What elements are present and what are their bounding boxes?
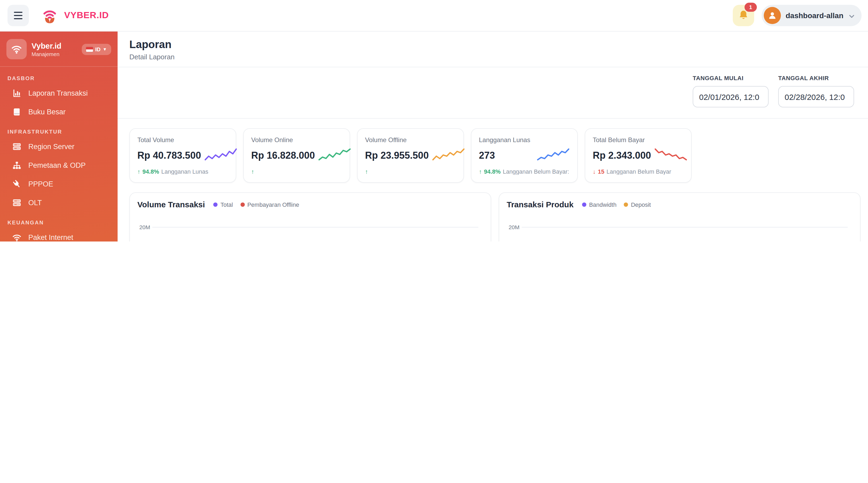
sidebar-item-laporan-transaksi[interactable]: Laporan Transaksi — [5, 84, 112, 103]
locale-label: ID — [95, 46, 100, 52]
chevron-down-icon — [848, 12, 855, 19]
start-date-group: TANGGAL MULAI 02/01/2026, 12:0 — [693, 75, 769, 107]
stat-delta-percent: 94.8% — [143, 168, 159, 175]
sparkline-icon — [654, 148, 687, 163]
sidebar-item-label: Laporan Transaksi — [28, 89, 88, 97]
hamburger-menu-button[interactable] — [7, 5, 29, 26]
legend-dot-icon — [582, 202, 586, 206]
org-name: Vyber.id — [32, 41, 61, 50]
sidebar-item-label: Pemetaan & ODP — [28, 161, 86, 169]
stat-delta-percent: 15 — [598, 168, 604, 175]
sidebar-item-olt[interactable]: OLT — [5, 193, 112, 212]
start-date-label: TANGGAL MULAI — [693, 75, 769, 81]
app-header: VYBER.ID 1 dashboard-allan — [0, 0, 868, 32]
sidebar-nav: DASBORLaporan TransaksiBuku BesarINFRAST… — [0, 67, 118, 242]
sidebar-item-label: PPPOE — [28, 180, 53, 188]
stat-delta: ↑ — [251, 168, 342, 175]
sidebar-section-dasbor: DASBORLaporan TransaksiBuku Besar — [5, 68, 112, 121]
locale-selector[interactable]: ID ▼ — [82, 43, 111, 55]
sidebar-item-region-server[interactable]: Region Server — [5, 137, 112, 156]
legend-label: Pembayaran Offline — [247, 201, 299, 207]
stat-value: Rp 23.955.500 — [365, 150, 429, 161]
main-content: Laporan Detail Laporan TANGGAL MULAI 02/… — [118, 32, 868, 242]
sidebar-section-label: DASBOR — [5, 68, 112, 84]
sidebar-org-header: Vyber.id Manajemen ID ▼ — [0, 32, 118, 67]
svg-text:20M: 20M — [139, 224, 150, 230]
stat-value: Rp 16.828.000 — [251, 150, 315, 161]
chart-card-volume-transaksi: Volume TransaksiTotalPembayaran Offline0… — [129, 192, 491, 242]
page-title: Laporan — [129, 38, 856, 51]
user-name: dashboard-allan — [786, 11, 843, 20]
chart-legend: BandwidthDeposit — [582, 201, 651, 207]
sparkline-icon — [537, 148, 570, 163]
stat-delta: ↑94.8%Langganan Lunas — [137, 168, 228, 175]
chart-title: Volume Transaksi — [137, 200, 205, 209]
chart-plot: 010M20M1/22/23/24/25/26/27/28/29/210/211… — [507, 209, 849, 242]
stat-label: Total Volume — [137, 136, 228, 144]
sidebar-item-paket-internet[interactable]: Paket Internet — [5, 228, 112, 242]
sidebar-item-label: Paket Internet — [28, 233, 73, 242]
legend-dot-icon — [240, 202, 245, 206]
stat-value: Rp 40.783.500 — [137, 150, 201, 161]
chart-title: Transaksi Produk — [507, 200, 574, 209]
chart-header: Volume TransaksiTotalPembayaran Offline — [137, 200, 483, 209]
wifi-icon — [6, 39, 27, 59]
stat-card-volume-offline: Volume OfflineRp 23.955.500↑ — [357, 128, 464, 183]
stat-label: Langganan Lunas — [479, 136, 570, 144]
stat-card-total-volume: Total VolumeRp 40.783.500↑94.8%Langganan… — [129, 128, 236, 183]
notification-button[interactable]: 1 — [733, 5, 754, 26]
brand-logo-link[interactable]: VYBER.ID — [39, 5, 109, 26]
page-subtitle: Detail Laporan — [129, 53, 856, 61]
date-filter-row: TANGGAL MULAI 02/01/2026, 12:0 TANGGAL A… — [118, 67, 868, 119]
header-actions: 1 dashboard-allan — [733, 5, 862, 26]
sidebar-section-label: INFRASTRUKTUR — [5, 121, 112, 137]
legend-label: Bandwidth — [589, 201, 617, 207]
stat-delta-text: Langganan Belum Bayar — [607, 168, 671, 175]
legend-label: Deposit — [631, 201, 651, 207]
user-menu-button[interactable]: dashboard-allan — [762, 5, 862, 26]
stat-label: Volume Online — [251, 136, 342, 144]
server-icon — [12, 142, 21, 151]
org-role: Manajemen — [32, 51, 61, 57]
arrow-up-icon: ↑ — [251, 168, 254, 175]
sidebar-item-pemetaan-odp[interactable]: Pemetaan & ODP — [5, 156, 112, 175]
legend-item-deposit[interactable]: Deposit — [624, 201, 651, 207]
stat-delta: ↑94.8%Langganan Belum Bayar: 15 — [479, 168, 570, 175]
sidebar-item-label: OLT — [28, 199, 42, 207]
sparkline-icon — [204, 148, 237, 163]
plug-icon — [12, 180, 21, 189]
stat-delta-percent: 94.8% — [484, 168, 500, 175]
chart-card-transaksi-produk: Transaksi ProdukBandwidthDeposit010M20M1… — [499, 192, 861, 242]
legend-item-bandwidth[interactable]: Bandwidth — [582, 201, 617, 207]
stat-delta: ↓15Langganan Belum Bayar — [593, 168, 684, 175]
chart-bar-icon — [12, 89, 21, 98]
server-icon — [12, 198, 21, 207]
arrow-up-icon: ↑ — [137, 168, 140, 175]
end-date-label: TANGGAL AKHIR — [778, 75, 854, 81]
stat-value: 273 — [479, 150, 495, 161]
stat-card-langganan-lunas: Langganan Lunas273↑94.8%Langganan Belum … — [471, 128, 578, 183]
indonesia-flag-icon — [86, 47, 93, 52]
legend-item-total[interactable]: Total — [214, 201, 233, 207]
stat-card-volume-online: Volume OnlineRp 16.828.000↑ — [243, 128, 350, 183]
legend-label: Total — [220, 201, 233, 207]
start-date-input[interactable]: 02/01/2026, 12:0 — [693, 86, 769, 107]
stat-value: Rp 2.343.000 — [593, 150, 651, 161]
sidebar-item-buku-besar[interactable]: Buku Besar — [5, 103, 112, 121]
chart-legend: TotalPembayaran Offline — [214, 201, 299, 207]
arrow-up-icon: ↑ — [479, 168, 482, 175]
app-root: VYBER.ID 1 dashboard-allan — [0, 0, 868, 242]
sidebar-item-label: Region Server — [28, 143, 74, 151]
sidebar-item-pppoe[interactable]: PPPOE — [5, 175, 112, 193]
sitemap-icon — [12, 161, 21, 170]
notification-count-badge: 1 — [745, 3, 757, 12]
stat-label: Volume Offline — [365, 136, 456, 144]
sidebar: Vyber.id Manajemen ID ▼ DASBORLaporan Tr… — [0, 32, 118, 242]
legend-dot-icon — [624, 202, 628, 206]
sidebar-section-infrastruktur: INFRASTRUKTURRegion ServerPemetaan & ODP… — [5, 121, 112, 212]
stat-delta: ↑ — [365, 168, 456, 175]
end-date-input[interactable]: 02/28/2026, 12:0 — [778, 86, 854, 107]
page-header: Laporan Detail Laporan — [118, 32, 868, 67]
wifi-icon — [12, 233, 21, 242]
legend-item-pembayaran-offline[interactable]: Pembayaran Offline — [240, 201, 299, 207]
